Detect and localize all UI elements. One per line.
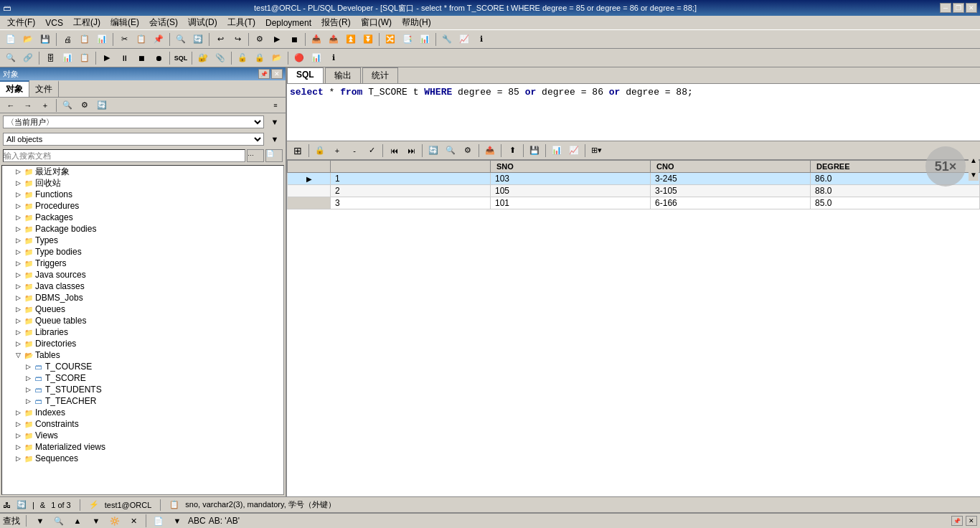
table-row[interactable]: 3 101 6-166 85.0 — [288, 197, 980, 209]
filter-data-btn[interactable]: ⚙ — [460, 143, 476, 158]
cell-sno-2[interactable]: 105 — [491, 185, 651, 197]
tb2-btn17[interactable]: ℹ — [326, 51, 341, 65]
menu-vcs[interactable]: VCS — [41, 16, 67, 29]
restore-button[interactable]: ❐ — [953, 3, 964, 13]
tree-item-tables[interactable]: ▽ 📂 Tables — [2, 349, 283, 361]
btn3[interactable]: 📊 — [94, 32, 110, 47]
left-back-btn[interactable]: ← — [3, 98, 19, 113]
check-btn[interactable]: ✓ — [364, 143, 380, 158]
panel-pin-btn[interactable]: 📌 — [258, 69, 270, 79]
cell-cno-1[interactable]: 3-245 — [651, 173, 811, 185]
bs-down-btn[interactable]: ▼ — [88, 514, 104, 528]
btn11[interactable]: 📤 — [326, 32, 341, 47]
btn15[interactable]: 📑 — [400, 32, 415, 47]
search-input[interactable] — [3, 149, 245, 162]
print-btn[interactable]: 🖨 — [60, 32, 75, 47]
find-btn[interactable]: 🔍 — [173, 32, 189, 47]
replace-btn[interactable]: 🔄 — [190, 32, 206, 47]
tb2-btn4[interactable]: 📊 — [60, 51, 75, 65]
chart2-btn[interactable]: 📈 — [566, 143, 582, 158]
tree-item-queues[interactable]: ▷ 📁 Queues — [2, 303, 283, 315]
tb2-btn11[interactable]: 📎 — [212, 51, 228, 65]
tb2-sql-btn[interactable]: SQL — [173, 51, 189, 65]
tb2-btn14[interactable]: 📂 — [269, 51, 285, 65]
tab-objects[interactable]: 对象 — [0, 80, 29, 97]
tb2-btn8[interactable]: ⏹ — [133, 51, 149, 65]
cell-sno-3[interactable]: 101 — [491, 197, 651, 209]
del-row-btn[interactable]: - — [347, 143, 362, 158]
minimize-button[interactable]: ─ — [940, 3, 951, 13]
bs-dropdown2-btn[interactable]: ▼ — [169, 514, 185, 528]
cell-cno-2[interactable]: 3-105 — [651, 185, 811, 197]
btn16[interactable]: 📊 — [417, 32, 433, 47]
search-extra-btn[interactable]: 📄 — [265, 149, 283, 162]
tb2-btn6[interactable]: ▶ — [99, 51, 115, 65]
menu-file[interactable]: 文件(F) — [3, 15, 39, 30]
export-btn[interactable]: 📤 — [482, 143, 498, 158]
tb2-btn5[interactable]: 📋 — [77, 51, 93, 65]
tb2-btn9[interactable]: ⏺ — [151, 51, 166, 65]
tab-files[interactable]: 文件 — [29, 80, 59, 97]
tb2-btn10[interactable]: 🔐 — [195, 51, 211, 65]
tree-item-libraries[interactable]: ▷ 📁 Libraries — [2, 326, 283, 338]
tree-item-types[interactable]: ▷ 📁 Types — [2, 235, 283, 246]
scroll-down-btn[interactable]: ▼ — [969, 168, 979, 181]
find-data-btn[interactable]: 🔍 — [443, 143, 458, 158]
tree-item-procedures[interactable]: ▷ 📁 Procedures — [2, 200, 283, 212]
btn17[interactable]: 🔧 — [439, 32, 455, 47]
search-go-btn[interactable]: … — [247, 149, 264, 162]
tree-item-packages[interactable]: ▷ 📁 Packages — [2, 212, 283, 223]
scroll-up-btn[interactable]: ▲ — [969, 154, 979, 166]
cell-sno-1[interactable]: 103 — [491, 173, 651, 185]
user-dropdown[interactable]: 〈当前用户〉 — [3, 116, 264, 128]
menu-session[interactable]: 会话(S) — [145, 15, 182, 30]
grid-view-btn[interactable]: ⊞ — [290, 143, 306, 158]
next-btn[interactable]: ⏭ — [403, 143, 419, 158]
tb2-btn1[interactable]: 🔍 — [3, 51, 19, 65]
left-fwd-btn[interactable]: → — [20, 98, 36, 113]
undo-btn[interactable]: ↩ — [212, 32, 228, 47]
tree-item-sequences[interactable]: ▷ 📁 Sequences — [2, 453, 283, 464]
menu-edit[interactable]: 编辑(E) — [106, 15, 143, 30]
tree-item-recent[interactable]: ▷ 📁 最近对象 — [2, 166, 283, 177]
chart-btn[interactable]: 📊 — [549, 143, 565, 158]
bs-page-btn[interactable]: 📄 — [151, 514, 166, 528]
tree-item-java-classes[interactable]: ▷ 📁 Java classes — [2, 280, 283, 292]
open-btn[interactable]: 📂 — [20, 32, 36, 47]
tree-item-t-score[interactable]: ▷ 🗃 T_SCORE — [2, 372, 283, 384]
tree-item-indexes[interactable]: ▷ 📁 Indexes — [2, 407, 283, 418]
left-refresh-btn[interactable]: 🔄 — [94, 98, 110, 113]
left-filter-btn[interactable]: ⚙ — [77, 98, 93, 113]
bottom-pin-btn[interactable]: 📌 — [951, 516, 963, 526]
lock-btn[interactable]: 🔒 — [312, 143, 328, 158]
cut-btn[interactable]: ✂ — [116, 32, 132, 47]
table-row[interactable]: ▶ 1 103 3-245 86.0 — [288, 173, 980, 185]
btn12[interactable]: ⏫ — [343, 32, 359, 47]
tree-item-queue-tables[interactable]: ▷ 📁 Queue tables — [2, 315, 283, 326]
tb2-btn12[interactable]: 🔓 — [235, 51, 250, 65]
close-button[interactable]: ✕ — [966, 3, 977, 13]
tree-item-recycle[interactable]: ▷ 📁 回收站 — [2, 177, 283, 189]
tree-item-mat-views[interactable]: ▷ 📁 Materialized views — [2, 441, 283, 453]
tree-item-directories[interactable]: ▷ 📁 Directories — [2, 338, 283, 349]
save-btn[interactable]: 💾 — [37, 32, 53, 47]
commit-btn[interactable]: 💾 — [527, 143, 542, 158]
tree-item-type-bodies[interactable]: ▷ 📁 Type bodies — [2, 246, 283, 258]
bottom-close-btn[interactable]: ✕ — [966, 516, 977, 526]
left-search-btn[interactable]: 🔍 — [60, 98, 75, 113]
up-btn[interactable]: ⬆ — [504, 143, 520, 158]
filter-dropdown-btn[interactable]: ▼ — [267, 132, 283, 146]
menu-help[interactable]: 帮助(H) — [397, 15, 435, 30]
sql-editor[interactable]: select * from T_SCORE t WHERE degree = 8… — [287, 84, 980, 141]
tree-item-t-teacher[interactable]: ▷ 🗃 T_TEACHER — [2, 395, 283, 407]
bs-up-btn[interactable]: ▲ — [70, 514, 85, 528]
add-row-btn[interactable]: + — [329, 143, 345, 158]
run-btn[interactable]: ▶ — [269, 32, 285, 47]
menu-debug[interactable]: 调试(D) — [184, 15, 222, 30]
tree-item-triggers[interactable]: ▷ 📁 Triggers — [2, 258, 283, 269]
tb2-btn2[interactable]: 🔗 — [20, 51, 36, 65]
stop-btn[interactable]: ⏹ — [286, 32, 302, 47]
tab-output[interactable]: 输出 — [325, 67, 361, 83]
prev-btn[interactable]: ⏮ — [386, 143, 402, 158]
menu-window[interactable]: 窗口(W) — [357, 15, 396, 30]
